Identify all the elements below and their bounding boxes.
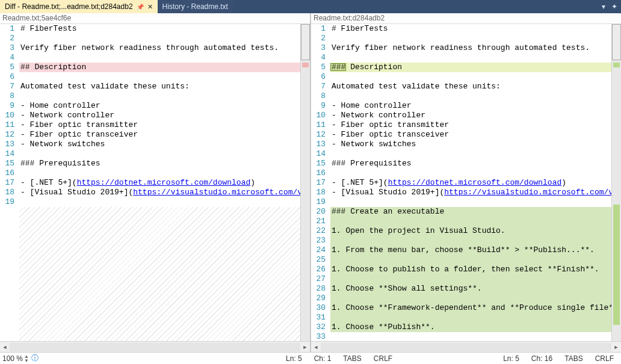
inline-change-marker: [330, 63, 346, 71]
status-crlf-right[interactable]: CRLF: [590, 354, 619, 363]
hyperlink[interactable]: https://dotnet.microsoft.com/download: [77, 178, 251, 187]
scroll-track[interactable]: [10, 343, 300, 351]
zoom-down-icon[interactable]: ▼: [24, 359, 29, 363]
code-line[interactable]: [330, 149, 611, 159]
code-line[interactable]: [330, 217, 611, 226]
line-number: 31: [311, 313, 326, 322]
code-line[interactable]: [330, 255, 611, 265]
code-line[interactable]: [330, 53, 611, 63]
code-line[interactable]: [19, 168, 300, 178]
tab-overflow-dropdown-icon[interactable]: ▾: [602, 2, 605, 11]
code-line[interactable]: - Network switches: [330, 140, 611, 149]
left-line-gutter: 12345678910111213141516171819: [0, 24, 19, 341]
code-line[interactable]: [330, 274, 611, 284]
code-line[interactable]: [19, 91, 300, 101]
line-number: 27: [311, 274, 326, 284]
code-line[interactable]: - Fiber optic transmitter: [330, 120, 611, 130]
code-line[interactable]: - Fiber optic transceiver: [19, 130, 300, 140]
code-line[interactable]: - [.NET 5+](https://dotnet.microsoft.com…: [19, 178, 300, 188]
right-hscrollbar[interactable]: ◄ ►: [311, 341, 621, 352]
code-line[interactable]: [330, 294, 611, 303]
code-line[interactable]: 1. Open the project in Visual Studio.: [330, 226, 611, 236]
tab-diff-readme[interactable]: Diff - Readme.txt;...eadme.txt;d284adb2 …: [0, 0, 158, 13]
pin-icon[interactable]: 📌: [137, 4, 144, 10]
code-line[interactable]: [19, 34, 300, 43]
status-col-right[interactable]: Ch: 16: [527, 354, 557, 363]
left-code-area[interactable]: # FiberTests Verify fiber network readin…: [19, 24, 300, 341]
code-line[interactable]: [330, 332, 611, 341]
status-line[interactable]: Ln: 5: [281, 354, 307, 363]
tab-history-readme[interactable]: History - Readme.txt: [158, 0, 233, 13]
window-position-icon[interactable]: ✦: [611, 2, 617, 11]
hyperlink[interactable]: https://dotnet.microsoft.com/download: [388, 178, 562, 187]
code-line[interactable]: [330, 313, 611, 322]
left-hscrollbar[interactable]: ◄ ►: [0, 341, 310, 352]
line-number: 4: [311, 53, 326, 63]
code-line[interactable]: [330, 91, 611, 101]
line-number: 6: [0, 72, 14, 82]
scroll-track[interactable]: [321, 343, 611, 351]
code-line[interactable]: [330, 34, 611, 43]
right-code-area[interactable]: # FiberTests Verify fiber network readin…: [330, 24, 611, 341]
right-overview-ruler[interactable]: [611, 24, 621, 341]
scroll-left-icon[interactable]: ◄: [0, 342, 10, 352]
code-line[interactable]: Verify fiber network readiness through a…: [19, 43, 300, 53]
zoom-control[interactable]: 100 % ▲▼: [2, 354, 29, 363]
code-line[interactable]: Automated test validate these units:: [330, 82, 611, 91]
line-number: 29: [311, 294, 326, 303]
code-line[interactable]: [330, 236, 611, 245]
status-tabs-left[interactable]: TABS: [338, 354, 366, 363]
close-icon[interactable]: ✕: [147, 3, 153, 11]
scroll-right-icon[interactable]: ►: [300, 342, 310, 352]
line-number: 33: [311, 332, 326, 341]
status-line-right[interactable]: Ln: 5: [498, 354, 524, 363]
scroll-right-icon[interactable]: ►: [611, 342, 621, 352]
line-number: 5: [0, 63, 14, 72]
code-line[interactable]: [19, 72, 300, 82]
hyperlink[interactable]: https://visualstudio.microsoft.com/vs/: [133, 188, 300, 197]
code-line[interactable]: [19, 149, 300, 159]
code-line[interactable]: - [.NET 5+](https://dotnet.microsoft.com…: [330, 178, 611, 188]
code-line[interactable]: ### Prerequisites: [330, 159, 611, 168]
status-tabs-right[interactable]: TABS: [560, 354, 587, 363]
no-issues-icon[interactable]: ⓘ: [31, 353, 39, 363]
code-line[interactable]: - Fiber optic transmitter: [19, 120, 300, 130]
left-overview-ruler[interactable]: [300, 24, 310, 341]
code-line[interactable]: ### Create an executable: [330, 207, 611, 217]
line-number: 2: [0, 34, 14, 43]
line-number: 4: [0, 53, 14, 63]
code-line[interactable]: 1. Choose to publish to a folder, then s…: [330, 265, 611, 274]
code-line[interactable]: - [Visual Studio 2019+](https://visualst…: [330, 188, 611, 197]
status-col-left[interactable]: Ch: 1: [309, 354, 336, 363]
code-line[interactable]: - Home controller: [330, 101, 611, 111]
code-line[interactable]: - Network controller: [19, 111, 300, 120]
code-line[interactable]: [330, 168, 611, 178]
code-line[interactable]: Automated test validate these units:: [19, 82, 300, 91]
code-line[interactable]: 1. From the menu bar, choose **Build** >…: [330, 245, 611, 255]
document-tab-bar: Diff - Readme.txt;...eadme.txt;d284adb2 …: [0, 0, 621, 13]
code-line[interactable]: 1. Choose **Show all settings**.: [330, 284, 611, 294]
code-line[interactable]: Verify fiber network readiness through a…: [330, 43, 611, 53]
code-line[interactable]: - Home controller: [19, 101, 300, 111]
code-line[interactable]: # FiberTests: [330, 24, 611, 34]
code-line[interactable]: [330, 72, 611, 82]
scroll-left-icon[interactable]: ◄: [311, 342, 321, 352]
hyperlink[interactable]: https://visualstudio.microsoft.com/vs/: [444, 188, 611, 197]
left-editor[interactable]: 12345678910111213141516171819 # FiberTes…: [0, 24, 310, 341]
right-editor[interactable]: 1234567891011121314151617181920212223242…: [311, 24, 621, 341]
code-line[interactable]: # FiberTests: [19, 24, 300, 34]
code-line[interactable]: [330, 197, 611, 207]
code-line[interactable]: [19, 197, 300, 207]
code-line[interactable]: ## Description: [19, 63, 300, 72]
line-number: 28: [311, 284, 326, 294]
status-crlf-left[interactable]: CRLF: [369, 354, 397, 363]
code-line[interactable]: ### Prerequisites: [19, 159, 300, 168]
code-line[interactable]: - Fiber optic transceiver: [330, 130, 611, 140]
code-line[interactable]: ### Description: [330, 63, 611, 72]
code-line[interactable]: [19, 53, 300, 63]
code-line[interactable]: - Network controller: [330, 111, 611, 120]
code-line[interactable]: - [Visual Studio 2019+](https://visualst…: [19, 188, 300, 197]
code-line[interactable]: 1. Choose **Publish**.: [330, 322, 611, 332]
code-line[interactable]: 1. Choose **Framework-dependent** and **…: [330, 303, 611, 313]
code-line[interactable]: - Network switches: [19, 140, 300, 149]
